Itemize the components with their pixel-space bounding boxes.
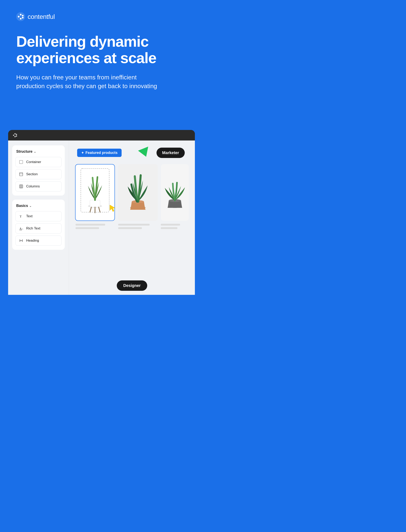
svg-point-6 [14,133,16,134]
svg-point-1 [20,14,22,15]
sidebar-basics-group: Basics ⌄ T Text [12,200,65,250]
svg-point-2 [18,16,20,17]
marketer-badge: Marketer [157,148,185,158]
logo-area: contentful [16,12,187,21]
mockup-container: Structure ⌄ Container [0,130,203,295]
svg-rect-12 [20,173,23,176]
product-card-3 [161,164,189,221]
lines-group-3 [161,224,188,231]
text-icon: T [19,214,23,218]
sidebar-structure-group: Structure ⌄ Container [12,145,65,196]
yellow-cursor [109,204,117,213]
rich-text-icon: A [19,226,23,230]
green-arrow [138,147,152,160]
sidebar-item-heading[interactable]: Heading [15,235,62,246]
heading-label: Heading [26,239,39,243]
lines-group-2 [118,224,158,231]
svg-point-8 [14,136,16,137]
svg-rect-11 [20,160,23,164]
text-label: Text [26,214,32,218]
svg-point-10 [16,135,17,137]
svg-line-27 [90,207,91,212]
plant-image-3 [161,164,189,217]
product-card-2-inner [118,164,158,221]
product-card-1-wrapper [75,164,115,221]
app-content: Structure ⌄ Container [8,140,195,295]
sidebar-item-container[interactable]: Container [15,157,62,167]
svg-marker-31 [110,205,115,211]
svg-point-4 [22,15,23,16]
sidebar-structure-header: Structure ⌄ [15,149,62,154]
svg-point-7 [13,135,14,136]
svg-point-3 [20,18,22,20]
section-icon [19,172,23,176]
sidebar-basics-header: Basics ⌄ [15,204,62,208]
main-area: ✦ Featured products Marketer [69,140,195,295]
sidebar-item-text[interactable]: T Text [15,211,62,221]
heading-icon [19,239,23,243]
logo-text: contentful [28,13,55,21]
sidebar-item-columns[interactable]: Columns [15,181,62,191]
columns-icon [19,184,23,189]
svg-point-5 [22,17,23,18]
top-row: ✦ Featured products Marketer [75,147,189,161]
plant-image-2 [118,164,158,217]
product-card-2 [118,164,158,221]
chevron-down-icon-basics: ⌄ [29,204,32,208]
container-label: Container [26,160,41,164]
rich-text-label: Rich Text [26,226,40,230]
chevron-down-icon: ⌄ [34,150,36,153]
featured-products-label: Featured products [86,151,117,155]
app-titlebar [8,130,195,140]
svg-point-0 [16,12,25,21]
sparkle-icon: ✦ [81,151,84,155]
sidebar: Structure ⌄ Container [8,140,69,295]
products-area [75,164,189,221]
hero-section: contentful Delivering dynamic experience… [0,0,203,130]
product-content-lines [75,224,189,231]
designer-badge: Designer [117,280,147,291]
columns-label: Columns [26,184,40,189]
svg-text:A: A [20,227,22,230]
section-label: Section [26,172,38,176]
hero-title: Delivering dynamic experiences at scale [16,33,183,66]
sidebar-item-rich-text[interactable]: A Rich Text [15,223,62,233]
contentful-logo-icon [16,12,25,21]
app-logo-small [12,132,18,138]
featured-products-pill[interactable]: ✦ Featured products [77,149,122,157]
svg-text:T: T [20,215,22,218]
app-window: Structure ⌄ Container [8,130,195,295]
sidebar-item-section[interactable]: Section [15,169,62,179]
product-card-3-inner [161,164,189,221]
svg-marker-24 [138,147,148,157]
svg-rect-26 [90,200,100,207]
lines-group-1 [75,224,115,231]
container-icon [19,160,23,164]
svg-line-29 [99,207,100,212]
hero-subtitle: How you can free your teams from ineffic… [16,73,158,91]
svg-point-9 [16,134,17,135]
